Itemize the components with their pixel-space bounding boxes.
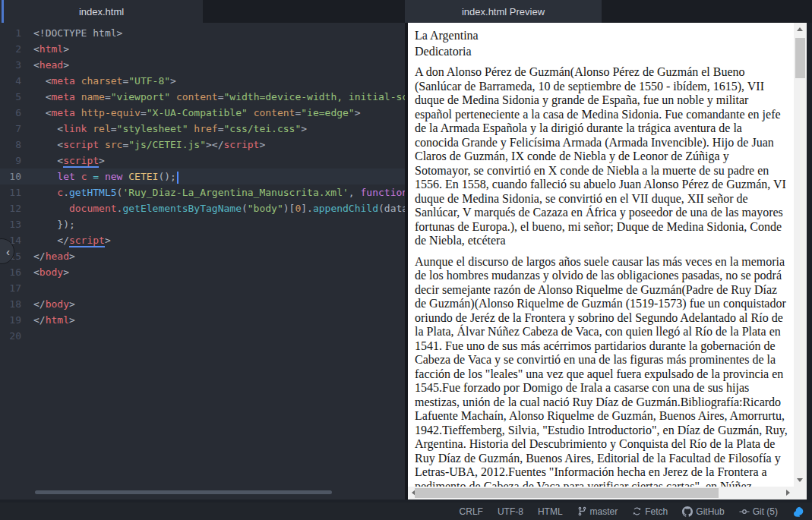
- line-number[interactable]: 20: [0, 328, 21, 344]
- line-number[interactable]: 2: [0, 41, 21, 57]
- line-number[interactable]: 7: [0, 121, 21, 137]
- line-number[interactable]: 5: [0, 89, 21, 105]
- line-number[interactable]: 17: [0, 280, 21, 296]
- code-line-text: </head>: [21, 248, 75, 264]
- code-line[interactable]: 18</body>: [0, 296, 405, 312]
- encoding-label: UTF-8: [498, 506, 523, 517]
- line-number[interactable]: 10: [0, 169, 21, 184]
- status-fetch[interactable]: Fetch: [632, 506, 668, 517]
- vscode-window: index.html index.html Preview 1<!DOCTYPE…: [0, 0, 812, 520]
- code-line[interactable]: 1<!DOCTYPE html>: [0, 25, 405, 41]
- code-line[interactable]: 7 <link rel="stylesheet" href="css/tei.c…: [0, 121, 405, 137]
- code-line[interactable]: 16<body>: [0, 264, 405, 280]
- status-github[interactable]: GitHub: [682, 506, 724, 517]
- tab-index-html[interactable]: index.html: [0, 0, 203, 23]
- preview-horizontal-scrollbar[interactable]: [408, 487, 794, 500]
- git-branch-icon: [577, 506, 587, 516]
- horizontal-scroll-thumb[interactable]: [415, 488, 719, 498]
- main-area: 1<!DOCTYPE html>2<html>3<head>4 <meta ch…: [0, 23, 812, 500]
- code-line[interactable]: 2<html>: [0, 41, 405, 57]
- preview-paragraph: A don Alonso Pérez de Guzmán(Alonso Pére…: [415, 65, 788, 248]
- squirrel-extension-button[interactable]: [792, 506, 804, 518]
- line-ending-label: CRLF: [460, 506, 483, 517]
- scroll-right-arrow-icon[interactable]: [786, 490, 790, 496]
- preview-title-line: La Argentina: [415, 29, 788, 43]
- line-number[interactable]: 12: [0, 200, 21, 216]
- preview-paragraph: Aunque el discurso de largos años suele …: [415, 255, 788, 487]
- preview-title-line: Dedicatoria: [415, 45, 788, 59]
- code-line-text: });: [21, 216, 75, 232]
- code-line-text: <body>: [21, 264, 69, 280]
- code-line-text: </body>: [21, 296, 75, 312]
- code-line-text: </script>: [21, 232, 111, 248]
- scroll-down-arrow-icon[interactable]: [797, 478, 803, 482]
- line-number[interactable]: 9: [0, 153, 21, 169]
- line-number[interactable]: 1: [0, 25, 21, 41]
- code-line[interactable]: 10 let c = new CETEI();: [0, 169, 405, 184]
- status-branch[interactable]: master: [577, 506, 618, 517]
- code-line-text: <link rel="stylesheet" href="css/tei.css…: [21, 121, 307, 137]
- git-commit-icon: [739, 506, 750, 517]
- code-line[interactable]: 6 <meta http-equiv="X-UA-Compatible" con…: [0, 105, 405, 121]
- fetch-label: Fetch: [645, 506, 668, 517]
- github-icon: [682, 506, 693, 517]
- tab-bar: index.html index.html Preview: [0, 0, 812, 23]
- code-line[interactable]: 4 <meta charset="UTF-8">: [0, 73, 405, 89]
- active-tab-accent: [2, 0, 4, 23]
- window-right-edge: [807, 23, 812, 500]
- code-line-text: <script src="js/CETEI.js"></script>: [21, 137, 265, 153]
- code-line-text: <meta name="viewport" content="width=dev…: [21, 89, 405, 105]
- code-lines: 1<!DOCTYPE html>2<html>3<head>4 <meta ch…: [0, 25, 405, 344]
- preview-content: La ArgentinaDedicatoriaA don Alonso Pére…: [408, 23, 794, 487]
- code-line[interactable]: 17: [0, 280, 405, 296]
- tab-index-html-preview[interactable]: index.html Preview: [405, 0, 602, 23]
- tab-label: index.html: [79, 6, 124, 17]
- status-encoding[interactable]: UTF-8: [498, 506, 523, 517]
- code-line[interactable]: 12 document.getElementsByTagName("body")…: [0, 200, 405, 216]
- code-line-text: <meta http-equiv="X-UA-Compatible" conte…: [21, 105, 361, 121]
- preview-vertical-scrollbar[interactable]: [794, 23, 807, 487]
- line-number[interactable]: 19: [0, 312, 21, 328]
- tab-label: index.html Preview: [462, 6, 545, 17]
- status-git[interactable]: Git (5): [739, 506, 778, 517]
- code-line-text: </html>: [21, 312, 75, 328]
- code-line-text: <html>: [21, 41, 69, 57]
- text-cursor: [177, 172, 179, 184]
- line-number[interactable]: 16: [0, 264, 21, 280]
- code-line-text: [21, 328, 33, 344]
- status-line-ending[interactable]: CRLF: [460, 506, 483, 517]
- line-number[interactable]: 8: [0, 137, 21, 153]
- github-label: GitHub: [696, 506, 724, 517]
- preview-pane: La ArgentinaDedicatoriaA don Alonso Pére…: [408, 23, 807, 500]
- code-line[interactable]: 9 <script>: [0, 153, 405, 169]
- code-line[interactable]: 5 <meta name="viewport" content="width=d…: [0, 89, 405, 105]
- code-line[interactable]: 19</html>: [0, 312, 405, 328]
- editor-horizontal-scrollbar[interactable]: [35, 490, 332, 494]
- line-number[interactable]: 3: [0, 57, 21, 73]
- code-line[interactable]: 11 c.getHTML5('Ruy_Diaz-La_Argentina_Man…: [0, 184, 405, 200]
- code-line[interactable]: 8 <script src="js/CETEI.js"></script>: [0, 137, 405, 153]
- code-line[interactable]: 15</head>: [0, 248, 405, 264]
- squirrel-icon: [792, 506, 804, 518]
- status-bar: CRLF UTF-8 HTML master Fetch GitHub Git …: [0, 503, 812, 520]
- code-line[interactable]: 13 });: [0, 216, 405, 232]
- code-line[interactable]: 14 </script>: [0, 232, 405, 248]
- line-number[interactable]: 6: [0, 105, 21, 121]
- code-line-text: document.getElementsByTagName("body")[0]…: [21, 200, 405, 216]
- code-line[interactable]: 3<head>: [0, 57, 405, 73]
- line-number[interactable]: 13: [0, 216, 21, 232]
- line-number[interactable]: 11: [0, 184, 21, 200]
- line-number[interactable]: 18: [0, 296, 21, 312]
- code-line-text: <!DOCTYPE html>: [21, 25, 122, 41]
- code-line-text: let c = new CETEI();: [21, 169, 179, 184]
- status-language[interactable]: HTML: [538, 506, 563, 517]
- sync-icon: [632, 506, 642, 516]
- code-line-text: c.getHTML5('Ruy_Diaz-La_Argentina_Manusc…: [21, 184, 405, 200]
- code-editor[interactable]: 1<!DOCTYPE html>2<html>3<head>4 <meta ch…: [0, 23, 405, 500]
- line-number[interactable]: 4: [0, 73, 21, 89]
- chevron-left-icon: ‹: [6, 246, 10, 257]
- vertical-scroll-thumb[interactable]: [795, 38, 805, 78]
- scroll-up-arrow-icon[interactable]: [797, 27, 803, 31]
- branch-label: master: [590, 506, 618, 517]
- code-line[interactable]: 20: [0, 328, 405, 344]
